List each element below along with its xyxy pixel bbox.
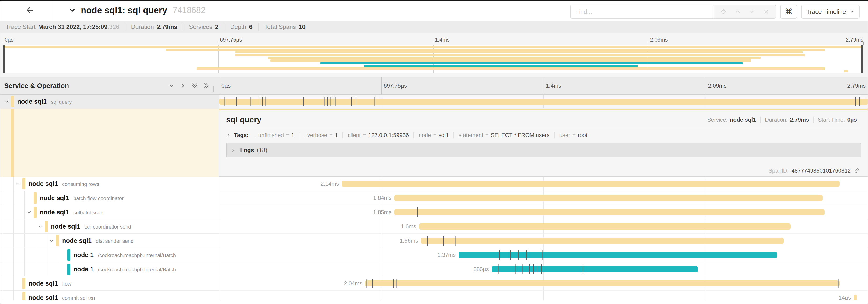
span-row: node sql1commit sql txn14µs — [0, 291, 868, 300]
span-bar[interactable] — [421, 238, 784, 244]
span-names: node sql1sql query — [17, 98, 72, 105]
deep-link-button[interactable] — [854, 167, 860, 174]
span-duration-label: 1.37ms — [437, 252, 456, 258]
minimap-axis: 0µs697.75µs1.4ms2.09ms2.79ms — [3, 33, 863, 45]
span-names: node sql1batch flow coordinator — [40, 195, 124, 202]
tag-value: sql1 — [438, 132, 449, 138]
minimap-canvas[interactable] — [3, 45, 863, 73]
crosshair-icon[interactable] — [719, 7, 728, 16]
span-row: node sql1batch flow coordinator1.84ms — [0, 191, 868, 205]
timeline-axis-header[interactable]: 0µs697.75µs1.4ms2.09ms2.79ms — [219, 77, 868, 94]
logs-section[interactable]: Logs (18) — [226, 143, 861, 157]
span-row: node sql1txn coordinator send1.6ms — [0, 219, 868, 234]
command-icon: ⌘ — [785, 7, 793, 16]
span-tree-item[interactable]: node sql1sql query — [0, 95, 219, 108]
span-tree-item[interactable]: node sql1consuming rows — [0, 177, 219, 191]
span-tree-item[interactable]: node 1/cockroach.roachpb.Internal/Batch — [0, 262, 219, 276]
span-row: node sql1colbatchscan1.85ms — [0, 205, 868, 219]
span-bar[interactable] — [459, 252, 777, 258]
minimap-left-drag-handle[interactable] — [3, 45, 5, 73]
chevron-down-icon[interactable] — [26, 209, 33, 216]
span-timeline-cell[interactable]: 2.14ms — [219, 177, 868, 191]
chevron-up-icon[interactable] — [733, 7, 742, 16]
keyboard-shortcuts-button[interactable]: ⌘ — [780, 5, 797, 19]
log-marker — [374, 97, 375, 106]
span-bar[interactable] — [492, 266, 698, 272]
tag-equals: = — [570, 132, 578, 138]
span-bar[interactable] — [419, 224, 791, 230]
x-icon[interactable] — [762, 7, 771, 16]
span-bar[interactable] — [342, 181, 839, 187]
span-timeline-cell[interactable]: 1.85ms — [219, 205, 868, 219]
meta-label: Duration: — [765, 116, 788, 123]
span-timeline-cell[interactable] — [219, 95, 868, 108]
span-bar[interactable] — [219, 99, 868, 105]
log-marker — [417, 207, 418, 217]
double-chevron-right-icon[interactable] — [202, 82, 210, 90]
span-timeline-cell[interactable]: 14µs — [219, 291, 868, 300]
axis-divider — [706, 77, 706, 94]
trace-title-wrap[interactable]: node sql1: sql query 7418682 — [68, 0, 206, 21]
span-tree-item[interactable]: node sql1colbatchscan — [0, 205, 219, 219]
axis-label: 2.09ms — [650, 37, 668, 43]
axis-tick — [648, 42, 648, 45]
span-duration-label: 1.56ms — [400, 237, 418, 244]
span-timeline-cell[interactable]: 1.6ms — [219, 219, 868, 234]
span-timeline-cell[interactable]: 886µs — [219, 262, 868, 276]
span-tree-item[interactable]: node sql1dist sender send — [0, 234, 219, 248]
chevron-right-icon — [230, 147, 236, 153]
indent-guide — [2, 248, 2, 262]
indent-guide — [13, 177, 13, 191]
detail-meta-item: Duration:2.79ms — [760, 116, 813, 123]
trace-view-selector[interactable]: Trace Timeline — [801, 5, 860, 19]
span-row: node 1/cockroach.roachpb.Internal/Batch1… — [0, 248, 868, 262]
chevron-down-icon[interactable] — [747, 7, 756, 16]
meta-label: Start Time: — [818, 116, 845, 123]
span-bar[interactable] — [365, 280, 839, 286]
stat-depth: Depth6 — [224, 23, 258, 31]
chevron-down-icon[interactable] — [167, 82, 175, 90]
service-name: node sql1 — [29, 294, 58, 300]
span-timeline-cell[interactable]: 1.84ms — [219, 191, 868, 205]
indent-guide — [2, 191, 2, 205]
find-input[interactable] — [571, 5, 714, 18]
span-tree-item[interactable]: node sql1batch flow coordinator — [0, 191, 219, 205]
span-timeline-cell[interactable]: 1.37ms — [219, 248, 868, 262]
meta-value: 0µs — [847, 116, 857, 123]
span-bar[interactable] — [854, 295, 857, 300]
span-bar[interactable] — [394, 209, 825, 215]
double-chevron-down-icon[interactable] — [191, 82, 198, 90]
tag-value: 1 — [291, 132, 294, 138]
span-tree-item[interactable]: node sql1commit sql txn — [0, 291, 219, 300]
span-tree-item[interactable]: node sql1flow — [0, 276, 219, 291]
chevron-down-icon[interactable] — [3, 98, 10, 105]
operation-name: flow — [62, 281, 71, 287]
back-button[interactable] — [23, 5, 37, 15]
span-bar[interactable] — [394, 195, 823, 201]
span-tree-item[interactable]: node 1/cockroach.roachpb.Internal/Batch — [0, 248, 219, 262]
span-names: node sql1commit sql txn — [29, 294, 95, 300]
span-duration-label: 1.85ms — [373, 209, 392, 215]
span-color-strip — [34, 207, 37, 218]
chevron-down-icon[interactable] — [48, 237, 55, 244]
span-tree-item[interactable]: node sql1txn coordinator send — [0, 219, 219, 234]
span-names: node sql1colbatchscan — [40, 209, 103, 216]
log-marker — [443, 236, 444, 246]
minimap-right-drag-handle[interactable] — [862, 45, 863, 73]
column-resize-grip[interactable] — [212, 86, 215, 92]
axis-label: 697.75µs — [384, 82, 407, 89]
chevron-down-icon[interactable] — [14, 180, 22, 187]
span-duration-label: 886µs — [473, 266, 489, 272]
span-duration-label: 2.04ms — [344, 280, 362, 287]
span-timeline-cell[interactable]: 1.56ms — [219, 234, 868, 248]
chevron-down-icon[interactable] — [37, 223, 44, 230]
service-operation-title: Service & Operation — [4, 82, 69, 90]
tags-section[interactable]: Tags: _unfinished=1_verbose=1client=127.… — [219, 128, 868, 142]
stat-trace-start: Trace StartMarch 31 2022, 17:25:09.326 — [6, 23, 125, 31]
span-timeline-cell[interactable]: 2.04ms — [219, 276, 868, 291]
span-row: node sql1consuming rows2.14ms — [0, 177, 868, 191]
minimap-span-bar — [844, 70, 848, 72]
span-names: node 1/cockroach.roachpb.Internal/Batch — [73, 251, 176, 259]
chevron-right-icon[interactable] — [179, 82, 187, 90]
tag-key: client — [348, 132, 361, 138]
